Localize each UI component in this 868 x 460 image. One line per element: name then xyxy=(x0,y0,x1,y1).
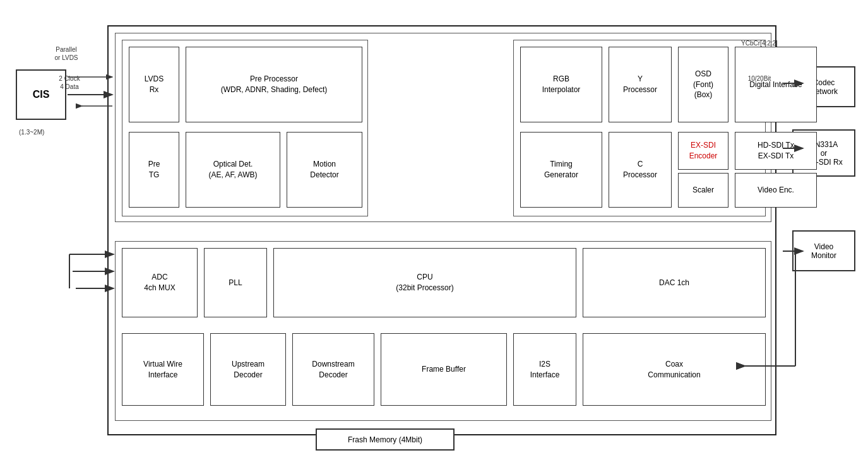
hd-sdi-tx-block: HD-SDI TxEX-SDI Tx xyxy=(735,132,817,170)
bottom-section: ADC4ch MUX PLL CPU(32bit Processor) DAC … xyxy=(115,241,771,421)
y-processor-block: YProcessor xyxy=(609,47,672,122)
scaler-block: Scaler xyxy=(678,173,728,208)
flash-memory-box: Frash Memory (4Mbit) xyxy=(316,428,455,451)
optical-det-block: Optical Det.(AE, AF, AWB) xyxy=(186,132,280,208)
frame-buffer-block: Frame Buffer xyxy=(381,333,507,406)
pre-tg-block: PreTG xyxy=(129,132,179,208)
right-subsection: RGBInterpolator YProcessor OSD(Font)(Box… xyxy=(513,40,766,216)
ycbcr-label: YCbCr[4:2:2] xyxy=(731,39,788,47)
virtual-wire-block: Virtual WireInterface xyxy=(122,333,204,406)
left-subsection: LVDSRx Pre Processor(WDR, ADNR, Shading,… xyxy=(122,40,368,216)
pre-processor-block: Pre Processor(WDR, ADNR, Shading, Defect… xyxy=(186,47,362,122)
video-monitor-box: VideoMonitor xyxy=(792,230,855,271)
downstream-decoder-block: DownstreamDecoder xyxy=(292,333,374,406)
upstream-decoder-block: UpstreamDecoder xyxy=(210,333,286,406)
dac-block: DAC 1ch xyxy=(583,248,766,317)
lvds-rx-block: LVDSRx xyxy=(129,47,179,122)
parallel-lvds-label: Parallelor LVDS xyxy=(44,45,88,62)
cis-note: (1.3~2M) xyxy=(19,128,44,136)
i2s-interface-block: I2SInterface xyxy=(513,333,576,406)
digital-interface-block: Digital Interface xyxy=(735,47,817,122)
motion-detector-block: MotionDetector xyxy=(287,132,362,208)
c-processor-block: CProcessor xyxy=(609,132,672,208)
timing-generator-block: TimingGenerator xyxy=(520,132,602,208)
diagram-container: CIS (1.3~2M) Parallelor LVDS 2 Clock4 Da… xyxy=(6,6,862,454)
main-chip: LVDSRx Pre Processor(WDR, ADNR, Shading,… xyxy=(107,25,776,435)
pll-block: PLL xyxy=(204,248,267,317)
adc-mux-block: ADC4ch MUX xyxy=(122,248,198,317)
top-section: LVDSRx Pre Processor(WDR, ADNR, Shading,… xyxy=(115,33,771,222)
bit-label: 10/20Bit xyxy=(737,74,782,83)
coax-communication-block: CoaxCommunication xyxy=(583,333,766,406)
osd-block: OSD(Font)(Box) xyxy=(678,47,728,122)
ex-sdi-encoder-block: EX-SDIEncoder xyxy=(678,132,728,170)
video-enc-block: Video Enc. xyxy=(735,173,817,208)
rgb-interpolator-block: RGBInterpolator xyxy=(520,47,602,122)
clock-data-label: 2 Clock4 Data xyxy=(47,74,92,91)
cpu-block: CPU(32bit Processor) xyxy=(273,248,576,317)
